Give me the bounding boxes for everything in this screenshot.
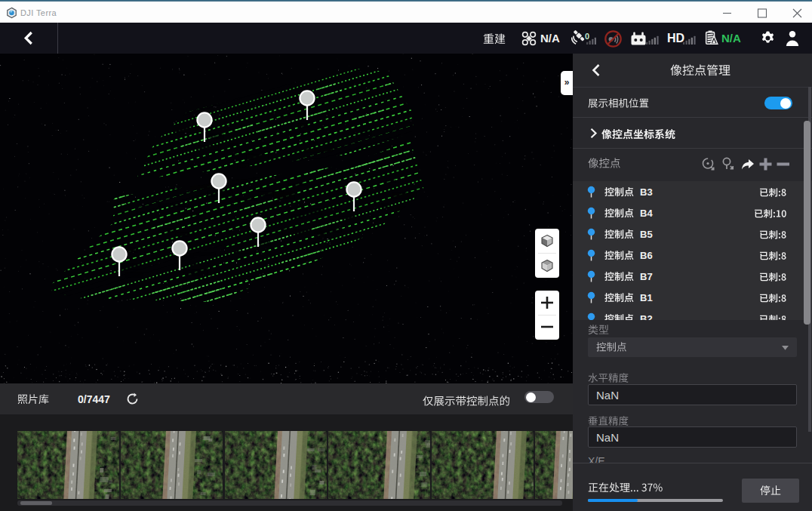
- svg-text:0: 0: [585, 32, 589, 41]
